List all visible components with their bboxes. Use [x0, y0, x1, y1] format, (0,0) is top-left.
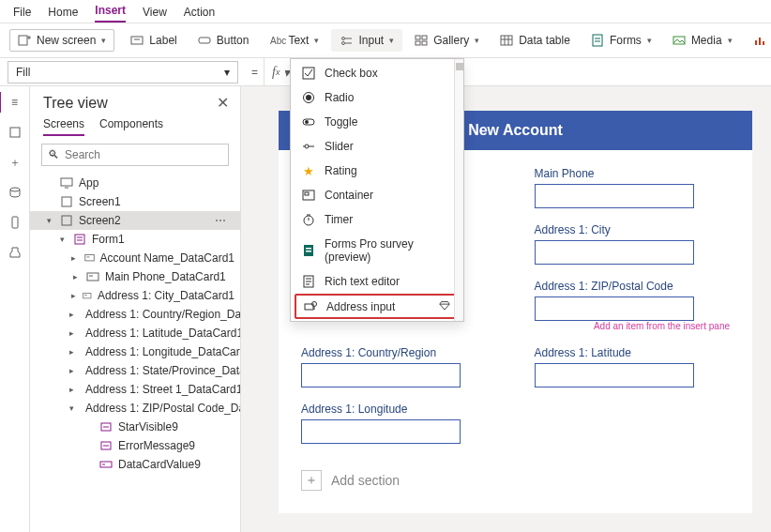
dd-address-input[interactable]: Address input: [295, 294, 460, 319]
dd-slider[interactable]: Slider: [291, 134, 463, 159]
gallery-button[interactable]: Gallery ▾: [406, 29, 488, 52]
tab-components[interactable]: Components: [99, 117, 163, 136]
field-input-country[interactable]: [301, 363, 461, 388]
hint-text: Add an item from the insert pane: [535, 321, 731, 331]
svg-marker-85: [440, 302, 449, 311]
chevron-down-icon[interactable]: ▾: [56, 235, 68, 244]
menu-action[interactable]: Action: [184, 6, 215, 23]
property-dropdown[interactable]: Fill ▾: [8, 61, 238, 84]
tree-sub[interactable]: DataCardValue9: [30, 455, 240, 474]
tree-screen2-label: Screen2: [79, 214, 121, 227]
tree-card[interactable]: ▸Address 1: Longitude_DataCard1: [30, 342, 240, 361]
tree-card[interactable]: ▸Address 1: State/Province_DataCard1: [30, 361, 240, 380]
chevron-down-icon: ▾: [314, 36, 319, 45]
more-icon[interactable]: ⋯: [215, 214, 234, 227]
svg-point-7: [342, 38, 345, 40]
rail-add-icon[interactable]: ＋: [7, 154, 23, 171]
rail-data-icon[interactable]: [7, 184, 23, 201]
dd-formspro[interactable]: Forms Pro survey (preview): [291, 232, 463, 269]
svg-rect-19: [593, 35, 602, 46]
tree-sub[interactable]: StarVisible9: [30, 418, 240, 436]
dd-rating[interactable]: ★Rating: [291, 159, 463, 183]
star-icon: ★: [302, 164, 315, 177]
chevron-down-icon: ▾: [101, 36, 106, 45]
dd-container[interactable]: Container: [291, 183, 463, 207]
field-input-city[interactable]: [535, 240, 694, 265]
menubar: File Home Insert View Action: [0, 0, 771, 23]
menu-view[interactable]: View: [143, 6, 167, 23]
dd-radio[interactable]: Radio: [291, 85, 463, 110]
dd-label: Container: [325, 189, 373, 202]
field-input-zip[interactable]: [535, 296, 694, 321]
tree-form1[interactable]: ▾Form1: [30, 230, 240, 249]
dd-timer[interactable]: Timer: [291, 207, 463, 232]
svg-rect-32: [61, 178, 72, 186]
search-box[interactable]: 🔍︎: [41, 144, 229, 166]
chevron-right-icon[interactable]: ▸: [69, 253, 79, 263]
dd-toggle[interactable]: Toggle: [291, 110, 463, 134]
rail-media-icon[interactable]: [7, 214, 23, 231]
tree-sub-label: StarVisible9: [118, 420, 178, 433]
close-icon[interactable]: ✕: [217, 94, 229, 112]
field-label-mainphone: Main Phone: [535, 167, 731, 180]
tree-screen2[interactable]: ▾Screen2⋯: [30, 211, 240, 230]
media-label: Media: [691, 34, 722, 47]
tree-card[interactable]: ▸Address 1: Latitude_DataCard1: [30, 324, 240, 342]
chevron-right-icon[interactable]: ▸: [69, 310, 74, 319]
rail-advanced-icon[interactable]: [7, 244, 23, 261]
svg-text:Abc: Abc: [270, 36, 286, 46]
add-section[interactable]: ＋ Add section: [301, 470, 730, 491]
tree-card[interactable]: ▸Address 1: Street 1_DataCard1: [30, 380, 240, 399]
field-input-lon[interactable]: [301, 419, 461, 444]
svg-rect-77: [306, 251, 311, 252]
search-icon: 🔍︎: [48, 148, 59, 161]
input-button[interactable]: Input ▾: [331, 29, 402, 52]
tree-card[interactable]: ▸Account Name_DataCard1: [30, 249, 240, 267]
dd-checkbox[interactable]: Check box: [291, 61, 463, 85]
media-icon: [673, 34, 686, 47]
text-button[interactable]: Abc Text ▾: [261, 29, 327, 52]
button-text: Button: [217, 34, 249, 47]
datatable-button[interactable]: Data table: [491, 29, 579, 52]
label-button[interactable]: Label: [122, 29, 185, 52]
chevron-right-icon[interactable]: ▸: [69, 366, 74, 375]
dd-label: Timer: [325, 213, 353, 226]
menu-home[interactable]: Home: [48, 6, 78, 23]
tree-screen1[interactable]: Screen1: [30, 192, 240, 211]
tree-card[interactable]: ▸Address 1: City_DataCard1: [30, 286, 240, 305]
svg-rect-76: [306, 248, 311, 250]
tree-sub[interactable]: ErrorMessage9: [30, 436, 240, 455]
menu-insert[interactable]: Insert: [95, 4, 126, 23]
new-screen-button[interactable]: New screen ▾: [9, 29, 114, 52]
rail-insert-icon[interactable]: [7, 124, 23, 141]
chevron-right-icon[interactable]: ▸: [69, 328, 74, 338]
chevron-down-icon[interactable]: ▾: [43, 216, 54, 225]
tab-screens[interactable]: Screens: [43, 117, 84, 136]
tree-card-label: Address 1: Country/Region_DataCard1: [85, 308, 240, 321]
search-input[interactable]: [65, 148, 222, 161]
chevron-right-icon[interactable]: ▸: [69, 291, 77, 300]
field-input-lat[interactable]: [535, 363, 694, 388]
plus-icon: ＋: [301, 470, 322, 491]
tree-app[interactable]: App: [30, 174, 240, 192]
chevron-right-icon[interactable]: ▸: [69, 385, 74, 394]
chevron-down-icon[interactable]: ▾: [69, 403, 74, 413]
forms-button[interactable]: Forms ▾: [582, 29, 660, 52]
button-button[interactable]: Button: [189, 29, 258, 52]
dropdown-scrollbar[interactable]: [454, 59, 463, 321]
tree-card[interactable]: ▾Address 1: ZIP/Postal Code_DataCard1: [30, 399, 240, 418]
timer-icon: [302, 213, 315, 226]
media-button[interactable]: Media ▾: [664, 29, 741, 52]
dd-richtext[interactable]: Rich text editor: [291, 269, 463, 294]
chevron-right-icon[interactable]: ▸: [69, 347, 74, 357]
ribbon: New screen ▾ Label Button Abc Text ▾ Inp…: [0, 23, 771, 58]
charts-button[interactable]: Charts ▾: [745, 29, 771, 52]
tree-card[interactable]: ▸Address 1: Country/Region_DataCard1: [30, 305, 240, 324]
field-input-mainphone[interactable]: [535, 184, 694, 208]
menu-file[interactable]: File: [13, 6, 31, 23]
tree-card-label: Address 1: Street 1_DataCard1: [85, 383, 240, 396]
svg-rect-31: [12, 217, 18, 228]
rail-treeview-icon[interactable]: ≡: [7, 94, 23, 111]
chevron-right-icon[interactable]: ▸: [69, 272, 81, 281]
tree-card[interactable]: ▸Main Phone_DataCard1: [30, 267, 240, 286]
